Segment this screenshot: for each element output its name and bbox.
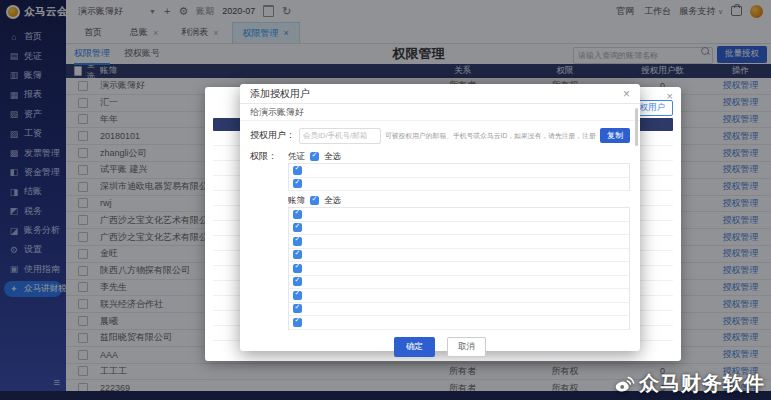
row-checkbox[interactable] [293,277,302,286]
close-icon[interactable]: × [623,88,630,100]
section-title: 凭证 [288,151,305,163]
confirm-button[interactable]: 确定 [394,337,435,357]
permission-row [289,249,629,263]
authorized-user-input[interactable] [299,128,381,144]
user-field-label: 授权用户： [250,129,295,142]
permission-row [289,222,629,236]
permission-row [289,262,629,276]
dialog-title: 添加授权用户 [250,87,310,101]
permission-row [289,316,629,330]
row-checkbox[interactable] [293,210,302,219]
row-checkbox[interactable] [293,318,302,327]
section-select-all-label: 全选 [324,195,341,207]
permission-row [289,235,629,249]
permissions-area: 权限： 凭证 全选 [240,148,640,330]
permission-row [289,164,629,178]
cancel-button[interactable]: 取消 [447,337,486,357]
row-checkbox[interactable] [293,250,302,259]
section-select-all-checkbox[interactable] [310,196,319,205]
row-checkbox[interactable] [293,304,302,313]
scrollbar[interactable] [635,108,638,146]
row-checkbox[interactable] [293,264,302,273]
register-hint: 可被授权用户的邮箱、手机号或众马云ID，如果没有，请先注册，注册链接：https… [385,131,596,141]
section-select-all-label: 全选 [324,151,341,163]
permission-row [289,289,629,303]
permission-row [289,208,629,222]
section-title: 账簿 [288,195,305,207]
row-checkbox[interactable] [293,223,302,232]
copy-link-button[interactable]: 复制 [600,128,630,143]
watermark-text: 众马财务软件 [639,370,765,397]
row-checkbox[interactable] [293,179,302,188]
section-select-all-checkbox[interactable] [310,152,319,161]
dialog-subtitle: 给演示账簿好 [240,104,640,121]
app-window: 众马云会计 ⌂ 首页 ▤ 凭证 ▥ 账簿 ▦ 报表 ▧ 资产 ▨ 工资 [0,0,771,400]
authorize-user-form: 授权用户： 可被授权用户的邮箱、手机号或众马云ID，如果没有，请先注册，注册链接… [240,121,640,148]
add-authorized-user-dialog: 添加授权用户 × 给演示账簿好 授权用户： 可被授权用户的邮箱、手机号或众马云I… [240,84,640,351]
permission-row [289,303,629,317]
row-checkbox[interactable] [293,291,302,300]
watermark: 众马财务软件 [613,370,765,397]
permission-sections: 凭证 全选 [288,150,630,330]
weibo-icon [613,373,635,395]
permissions-label: 权限： [250,150,277,163]
permission-row [289,178,629,192]
row-checkbox[interactable] [293,237,302,246]
row-checkbox[interactable] [293,166,302,175]
permission-row [289,276,629,290]
